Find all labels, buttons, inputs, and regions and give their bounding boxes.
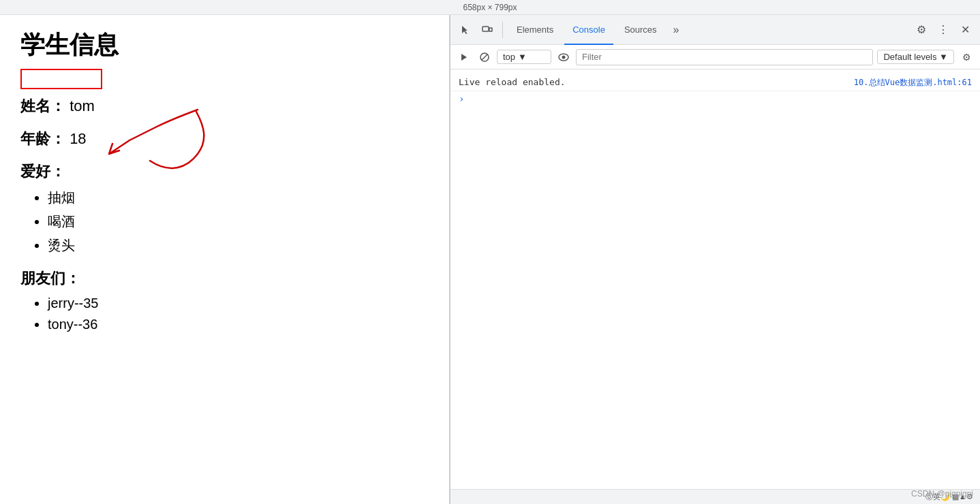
console-prompt-row: › <box>450 91 980 106</box>
list-item: tony--36 <box>48 317 429 332</box>
more-options-btn[interactable]: ⋮ <box>934 20 953 40</box>
eye-btn[interactable] <box>555 49 572 65</box>
devtools-panel: Elements Console Sources » ⚙ ⋮ ✕ <box>450 15 980 504</box>
filter-input[interactable] <box>576 49 873 65</box>
main-area: 学生信息 姓名： tom 年龄： 18 爱好： <box>0 15 980 504</box>
tab-elements[interactable]: Elements <box>508 15 562 45</box>
top-bar: 658px × 799px <box>0 0 980 15</box>
console-settings-btn[interactable]: ⚙ <box>958 49 975 65</box>
console-chevron: › <box>459 93 464 104</box>
age-line: 年龄： 18 <box>20 129 429 149</box>
age-value: 18 <box>70 130 86 147</box>
highlight-box <box>20 69 102 89</box>
info-section: 姓名： tom 年龄： 18 爱好： 抽烟 喝酒 烫头 朋友们： jerry--… <box>20 96 429 332</box>
message-link[interactable]: 10.总结Vue数据监测.html:61 <box>854 77 972 89</box>
console-toolbar: top ▼ Default levels ▼ ⚙ <box>450 45 980 69</box>
levels-select[interactable]: Default levels ▼ <box>877 50 954 64</box>
status-bar: ⓪英🌙·▦▲⚙ <box>450 489 980 504</box>
dimensions-label: 658px × 799px <box>463 3 517 12</box>
tab-sources[interactable]: Sources <box>616 15 665 45</box>
hobby-label: 爱好： <box>20 161 429 182</box>
block-btn[interactable] <box>476 49 493 65</box>
cursor-icon-btn[interactable] <box>456 20 475 40</box>
context-label: top <box>503 52 515 62</box>
context-select[interactable]: top ▼ <box>497 50 551 64</box>
list-item: 抽烟 <box>48 189 429 207</box>
list-item: 喝酒 <box>48 212 429 231</box>
svg-rect-0 <box>483 27 489 31</box>
friends-list: jerry--35 tony--36 <box>48 296 429 332</box>
close-devtools-btn[interactable]: ✕ <box>955 20 975 40</box>
svg-rect-1 <box>489 28 492 31</box>
context-dropdown-arrow: ▼ <box>518 52 527 62</box>
page-area: 学生信息 姓名： tom 年龄： 18 爱好： <box>0 15 450 504</box>
tab-more-btn[interactable]: » <box>668 15 685 45</box>
svg-marker-2 <box>461 54 467 61</box>
hobby-list: 抽烟 喝酒 烫头 <box>48 189 429 255</box>
name-value: tom <box>70 97 95 114</box>
devtools-topbar: Elements Console Sources » ⚙ ⋮ ✕ <box>450 15 980 45</box>
svg-line-4 <box>482 54 487 60</box>
svg-point-6 <box>562 55 566 59</box>
tab-console[interactable]: Console <box>564 15 613 45</box>
tab-separator <box>502 22 503 38</box>
list-item: jerry--35 <box>48 296 429 311</box>
name-label: 姓名： <box>20 97 65 114</box>
settings-icon-btn[interactable]: ⚙ <box>912 20 931 40</box>
message-text: Live reload enabled. <box>459 77 847 87</box>
console-messages: Live reload enabled. 10.总结Vue数据监测.html:6… <box>450 69 980 489</box>
name-line: 姓名： tom <box>20 96 429 116</box>
levels-label: Default levels ▼ <box>883 52 948 62</box>
page-title: 学生信息 <box>20 29 429 62</box>
device-toggle-btn[interactable] <box>478 20 497 40</box>
watermark: CSDN @pigpigpi <box>911 489 973 499</box>
friends-label: 朋友们： <box>20 268 429 289</box>
clear-console-btn[interactable] <box>456 49 472 65</box>
list-item: 烫头 <box>48 236 429 255</box>
age-label: 年龄： <box>20 130 65 147</box>
console-message-row: Live reload enabled. 10.总结Vue数据监测.html:6… <box>450 75 980 91</box>
